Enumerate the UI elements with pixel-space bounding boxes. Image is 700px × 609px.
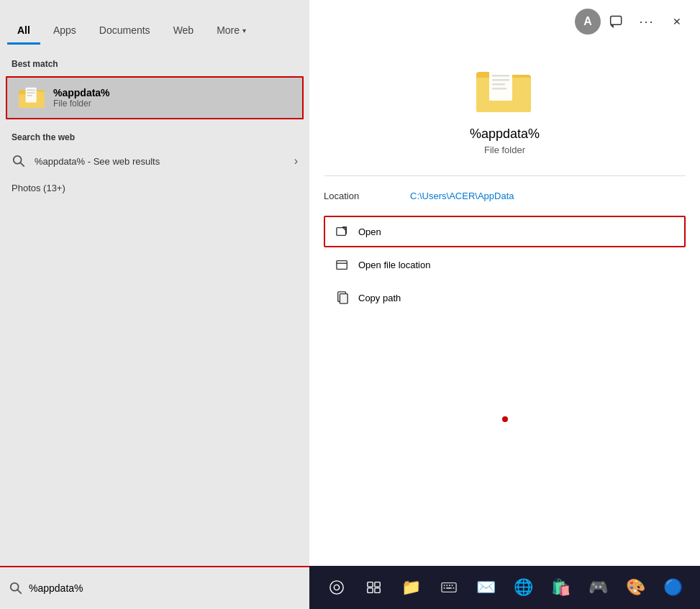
detail-divider — [324, 175, 686, 176]
svg-rect-35 — [451, 585, 453, 586]
folder-icon — [19, 85, 45, 111]
svg-rect-19 — [492, 88, 506, 90]
arrow-right-icon: › — [294, 155, 298, 168]
svg-rect-32 — [443, 585, 445, 586]
taskbar-edge[interactable]: 🌐 — [508, 572, 540, 603]
tab-all[interactable]: All — [7, 17, 40, 43]
photos-section[interactable]: Photos (13+) — [0, 175, 309, 200]
web-search-text: %appdata% - See web results — [35, 156, 294, 167]
close-button[interactable]: ✕ — [663, 7, 691, 36]
svg-rect-24 — [340, 294, 347, 304]
red-dot-indicator — [502, 416, 508, 422]
copy-path-button[interactable]: Copy path — [324, 282, 686, 313]
avatar[interactable]: A — [575, 9, 601, 35]
svg-rect-34 — [449, 585, 450, 586]
svg-rect-37 — [446, 587, 451, 589]
svg-rect-22 — [337, 261, 347, 270]
open-label: Open — [358, 226, 381, 237]
taskbar-task-view[interactable] — [358, 572, 390, 603]
svg-rect-36 — [443, 587, 445, 589]
search-bar-icon — [9, 581, 23, 595]
search-icon — [12, 154, 26, 168]
svg-point-9 — [11, 583, 19, 591]
best-match-title: %appdata% — [53, 87, 110, 99]
svg-line-10 — [18, 590, 22, 594]
search-bar — [0, 566, 309, 609]
svg-rect-30 — [374, 588, 379, 592]
search-panel: All Apps Documents Web More ▾ Best match — [0, 0, 309, 609]
svg-rect-28 — [374, 582, 379, 587]
copy-path-icon — [334, 289, 351, 306]
taskbar-chrome[interactable]: 🔵 — [658, 572, 689, 603]
taskbar: 📁 ✉️ 🌐 🛍️ 🎮 🎨 🔵 — [309, 566, 700, 609]
svg-rect-11 — [611, 17, 622, 25]
svg-point-26 — [334, 585, 339, 590]
tab-bar: All Apps Documents Web More ▾ — [0, 0, 309, 43]
best-match-item[interactable]: %appdata% File folder — [6, 76, 304, 119]
svg-rect-17 — [492, 79, 509, 81]
taskbar-keyboard[interactable] — [433, 572, 465, 603]
best-match-header: Best match — [0, 55, 309, 73]
tab-apps[interactable]: Apps — [43, 17, 86, 43]
folder-name: %appdata% — [470, 127, 540, 142]
svg-rect-5 — [27, 92, 35, 93]
taskbar-figma[interactable]: 🎨 — [620, 572, 652, 603]
ellipsis-icon: ··· — [639, 14, 654, 29]
taskbar-xbox[interactable]: 🎮 — [583, 572, 614, 603]
location-label: Location — [324, 191, 410, 201]
svg-rect-29 — [367, 588, 372, 592]
taskbar-start[interactable] — [321, 572, 353, 603]
folder-icon-large — [476, 65, 534, 115]
location-path-link[interactable]: C:\Users\ACER\AppData — [410, 191, 514, 201]
svg-rect-4 — [27, 90, 35, 91]
best-match-subtitle: File folder — [53, 99, 110, 109]
open-button[interactable]: Open — [324, 216, 686, 247]
svg-rect-6 — [27, 95, 32, 96]
close-icon: ✕ — [673, 16, 681, 27]
svg-line-8 — [21, 163, 24, 167]
web-search-item[interactable]: %appdata% - See web results › — [0, 147, 309, 175]
svg-rect-16 — [492, 75, 509, 77]
detail-topbar: A ··· ✕ — [309, 0, 700, 43]
taskbar-mail[interactable]: ✉️ — [471, 572, 502, 603]
more-options-button[interactable]: ··· — [632, 7, 661, 36]
svg-rect-38 — [453, 587, 454, 589]
open-icon — [334, 223, 351, 240]
taskbar-file-explorer[interactable]: 📁 — [396, 572, 427, 603]
copy-path-label: Copy path — [358, 293, 401, 303]
taskbar-store[interactable]: 🛍️ — [545, 572, 577, 603]
action-buttons: Open Open file location Copy path — [309, 210, 700, 321]
open-file-location-icon — [334, 256, 351, 273]
svg-rect-27 — [367, 582, 372, 587]
svg-rect-18 — [492, 83, 505, 86]
chevron-down-icon: ▾ — [242, 27, 246, 35]
search-content: Best match %appdata% File folder — [0, 43, 309, 566]
svg-point-7 — [14, 156, 22, 164]
svg-rect-33 — [446, 585, 447, 586]
chat-button[interactable] — [602, 7, 631, 36]
open-file-location-label: Open file location — [358, 260, 430, 270]
tab-web[interactable]: Web — [163, 17, 204, 43]
folder-type: File folder — [484, 145, 525, 155]
web-search-header: Search the web — [0, 128, 309, 147]
photos-label: Photos (13+) — [12, 183, 65, 193]
search-input[interactable] — [29, 582, 301, 594]
location-row: Location C:\Users\ACER\AppData — [309, 182, 700, 210]
detail-panel: A ··· ✕ — [309, 0, 700, 566]
folder-preview: %appdata% File folder — [309, 43, 700, 170]
svg-point-25 — [329, 581, 342, 594]
tab-documents[interactable]: Documents — [89, 17, 160, 43]
open-file-location-button[interactable]: Open file location — [324, 249, 686, 280]
tab-more[interactable]: More ▾ — [206, 17, 256, 43]
best-match-text: %appdata% File folder — [53, 87, 110, 109]
